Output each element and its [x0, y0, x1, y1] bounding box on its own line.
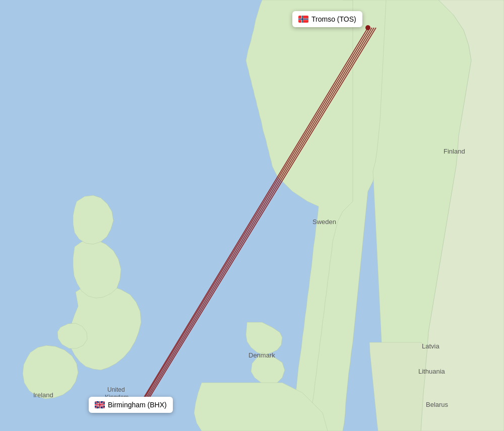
svg-text:Ireland: Ireland — [33, 391, 53, 399]
svg-text:Lithuania: Lithuania — [418, 368, 446, 375]
tromso-label: Tromso (TOS) — [311, 15, 356, 23]
birmingham-label: Birmingham (BHX) — [108, 401, 167, 409]
svg-rect-30 — [95, 404, 105, 405]
svg-text:Finland: Finland — [444, 148, 465, 155]
svg-point-6 — [365, 25, 370, 30]
birmingham-tooltip[interactable]: Birmingham (BHX) — [89, 397, 173, 413]
norway-flag-icon — [298, 16, 308, 23]
map-container: Ireland Finland Sweden Denmark Latvia Li… — [0, 0, 504, 431]
svg-text:Denmark: Denmark — [248, 351, 275, 359]
svg-rect-21 — [298, 19, 308, 20]
svg-text:United: United — [107, 386, 125, 393]
svg-text:Latvia: Latvia — [422, 342, 439, 350]
svg-text:Sweden: Sweden — [312, 218, 336, 226]
uk-flag-icon — [95, 401, 105, 408]
tromso-tooltip[interactable]: Tromso (TOS) — [292, 11, 362, 27]
svg-text:Belarus: Belarus — [426, 401, 449, 408]
